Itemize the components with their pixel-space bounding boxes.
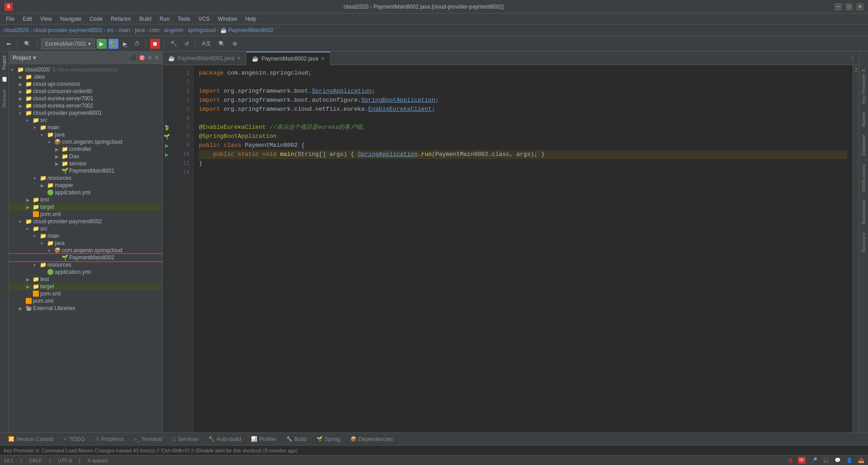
tree-item-PaymentMain8002[interactable]: 🌱 PaymentMain8002	[9, 254, 162, 261]
tree-item-external-libs[interactable]: ▶ 📚 External Libraries	[9, 305, 162, 312]
breadcrumb-file[interactable]: PaymentMain8002	[228, 27, 274, 33]
maximize-button[interactable]: □	[845, 3, 853, 10]
tree-item-consumer80[interactable]: ▶ 📁 cloud-consumer-order80	[9, 88, 162, 95]
tree-item-dao-8001[interactable]: ▶ 📁 Dao	[9, 153, 162, 160]
menu-build[interactable]: Build	[136, 15, 155, 23]
code-editor[interactable]: 🍃 🌱 ▶ ▶ 1 2 3 4 5 6 7 8 9 10 13 14	[163, 65, 859, 432]
bottom-tab-terminal[interactable]: >_ Terminal	[129, 433, 166, 445]
tree-item-mapper-8001[interactable]: ▶ 📁 mapper	[9, 182, 162, 189]
menu-file[interactable]: File	[2, 15, 18, 23]
tab-PaymentMain8002[interactable]: ☕ PaymentMain8002.java ✕	[246, 52, 330, 65]
run-configuration-selector[interactable]: EurekaMain7002 ▾	[41, 38, 95, 49]
tree-item-api-commons[interactable]: ▶ 📁 cloud-api-commons	[9, 80, 162, 88]
tree-item-test-8001[interactable]: ▶ 📁 test	[9, 196, 162, 203]
settings-button[interactable]: ⚙	[230, 39, 240, 48]
bottom-tab-auto-build[interactable]: 🔨 Auto-build	[204, 433, 245, 445]
menu-refactor[interactable]: Refactor	[107, 15, 135, 23]
gutter-icon-9[interactable]: ▶	[165, 141, 169, 150]
tree-item-yaml-8002[interactable]: 🟢 application.yml	[9, 268, 162, 276]
bottom-tab-dependencies[interactable]: 📦 Dependencies	[346, 433, 398, 445]
breadcrumb-cloud2020[interactable]: cloud2020	[4, 27, 28, 33]
tree-item-java-8002[interactable]: ▾ 📁 java	[9, 240, 162, 247]
menu-code[interactable]: Code	[86, 15, 106, 23]
tree-item-PaymentMain8001[interactable]: 🌱 PaymentMain8001	[9, 167, 162, 174]
breadcrumb-angenin[interactable]: angenin	[164, 27, 184, 33]
bottom-tab-problems[interactable]: ⚠ Problems	[90, 433, 129, 445]
bottom-tab-profiler[interactable]: 📊 Profiler	[246, 433, 281, 445]
menu-navigate[interactable]: Navigate	[57, 15, 85, 23]
build-button[interactable]: 🔨	[168, 39, 180, 48]
breadcrumb-java[interactable]: java	[135, 27, 145, 33]
menu-tools[interactable]: Tools	[174, 15, 194, 23]
tree-item-payment8001[interactable]: ▾ 📁 cloud-provider-payment8001	[9, 109, 162, 117]
tabs-settings-button[interactable]: ⋮	[850, 55, 855, 61]
menu-help[interactable]: Help	[241, 15, 260, 23]
tree-item-service-8001[interactable]: ▶ 📁 service	[9, 160, 162, 167]
tree-item-src-8002[interactable]: ▾ 📁 src	[9, 225, 162, 232]
minimize-button[interactable]: ─	[835, 3, 842, 10]
database-panel[interactable]: Database	[860, 131, 867, 160]
run-button[interactable]: ▶	[97, 39, 107, 49]
breadcrumb-src[interactable]: src	[107, 27, 114, 33]
stop-button[interactable]: ⏹	[150, 39, 160, 49]
tree-item-pom-8001[interactable]: 🟧 pom.xml	[9, 211, 162, 218]
menu-edit[interactable]: Edit	[19, 15, 36, 23]
tree-item-yaml-8001[interactable]: 🟢 application.yml	[9, 189, 162, 196]
bottom-tab-build[interactable]: 🔧 Build	[282, 433, 311, 445]
notifications-panel[interactable]: Notifications	[860, 160, 867, 195]
collapse-all-button[interactable]: ⬛	[130, 55, 137, 61]
tree-item-src-8001[interactable]: ▾ 📁 src	[9, 117, 162, 124]
project-close-button[interactable]: ✕	[154, 55, 159, 61]
tree-item-target-8001[interactable]: ▶ 📁 target	[9, 203, 162, 211]
global-search-button[interactable]: 🔍	[216, 39, 228, 48]
bottom-tab-spring[interactable]: 🌱 Spring	[312, 433, 345, 445]
toolbar-back-button[interactable]: ⬅	[4, 39, 14, 48]
profile-button[interactable]: ⏱	[132, 39, 142, 48]
tab-close-8001[interactable]: ✕	[237, 56, 241, 61]
close-button[interactable]: ✕	[856, 3, 863, 10]
breadcrumb-module[interactable]: cloud-provider-payment8002	[33, 27, 102, 33]
bottom-tab-services[interactable]: ◻ Services	[167, 433, 203, 445]
bookmarks-side-icon[interactable]: 📑	[1, 75, 8, 84]
tab-close-8002[interactable]: ✕	[321, 56, 325, 61]
tree-item-eureka7001[interactable]: ▶ 📁 cloud-eureka-server7001	[9, 95, 162, 102]
tree-item-resources-8002[interactable]: ▾ 📁 resources	[9, 261, 162, 268]
tree-item-resources-8001[interactable]: ▾ 📁 resources	[9, 174, 162, 182]
translate-button[interactable]: A文	[199, 38, 214, 49]
tree-item-controller-8001[interactable]: ▶ 📁 controller	[9, 146, 162, 153]
bottom-tab-todo[interactable]: ✓ TODO	[59, 433, 89, 445]
tab-PaymentMain8001[interactable]: ☕ PaymentMain8001.java ✕	[163, 52, 246, 65]
tree-item-root[interactable]: ▾ 📁 cloud2020 E:\idea-workspace\cloud202…	[9, 66, 162, 73]
toolbar-search-button[interactable]: 🔍	[21, 39, 33, 48]
structure-panel[interactable]: Structure	[860, 229, 867, 256]
tree-item-main-8002[interactable]: ▾ 📁 main	[9, 232, 162, 240]
tree-item-pom-8002[interactable]: 🟧 pom.xml	[9, 290, 162, 297]
tree-item-payment8002[interactable]: ▾ 📁 cloud-provider-payment8002	[9, 218, 162, 225]
tree-item-eureka7002[interactable]: ▶ 📁 cloud-eureka-server7002	[9, 102, 162, 109]
tree-item-com-8002[interactable]: ▾ 📦 com.angenin.springcloud	[9, 247, 162, 254]
key-promoter-x-panel[interactable]: Key Promoter X	[860, 65, 867, 108]
tree-item-java-8001[interactable]: ▾ 📁 java	[9, 131, 162, 138]
menu-window[interactable]: Window	[214, 15, 241, 23]
breadcrumb-main[interactable]: main	[118, 27, 130, 33]
maven-panel[interactable]: Maven	[860, 108, 867, 131]
tree-item-target-8002[interactable]: ▶ 📁 target	[9, 283, 162, 290]
menu-view[interactable]: View	[37, 15, 56, 23]
tree-item-main-8001[interactable]: ▾ 📁 main	[9, 124, 162, 131]
project-side-icon[interactable]: Project	[1, 54, 8, 71]
bottom-tab-version-control[interactable]: 🔀 Version Control	[4, 433, 58, 445]
menu-run[interactable]: Run	[156, 15, 173, 23]
menu-vcs[interactable]: VCS	[195, 15, 213, 23]
tree-item-com-8001[interactable]: ▾ 📦 com.angenin.springcloud	[9, 138, 162, 146]
reload-maven-button[interactable]: ↺	[182, 39, 192, 48]
structure-side-icon[interactable]: Structure	[1, 88, 8, 110]
scroll-to-file-button[interactable]: 🎯	[139, 55, 146, 61]
tree-item-idea[interactable]: ▶ 📁 .idea	[9, 73, 162, 80]
breadcrumb-com[interactable]: com	[149, 27, 160, 33]
coverage-button[interactable]: ▶̲	[120, 39, 130, 48]
gutter-icon-10[interactable]: ▶	[165, 150, 169, 159]
code-content[interactable]: package com.angenin.springcloud; import …	[193, 65, 853, 432]
tree-item-test-8002[interactable]: ▶ 📁 test	[9, 276, 162, 283]
project-settings-button[interactable]: ⚙	[147, 55, 152, 61]
bookmarks-panel[interactable]: Bookmarks	[860, 196, 867, 228]
